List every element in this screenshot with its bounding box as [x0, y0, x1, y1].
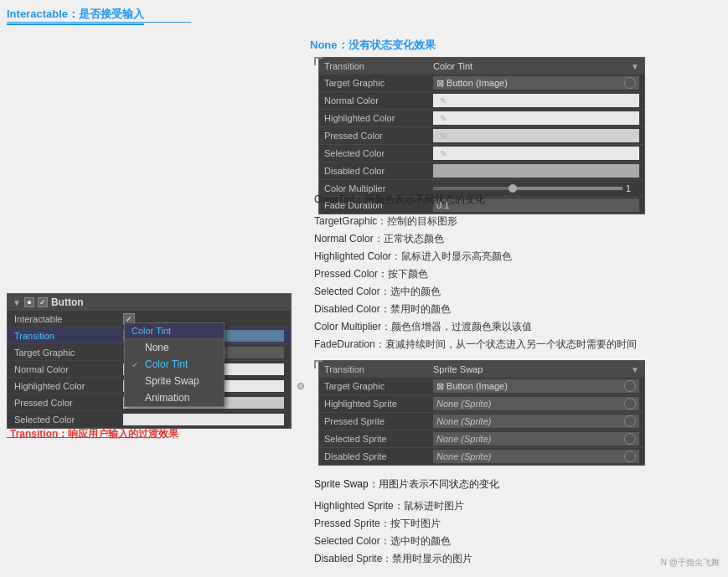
- sprite-target-graphic-value[interactable]: ⊠ Button (Image): [433, 379, 639, 393]
- color-tint-check: ✓: [132, 360, 142, 369]
- dropdown-item-none[interactable]: None: [125, 339, 224, 356]
- none-annotation: None：没有状态变化效果: [310, 38, 436, 53]
- dropdown-item-sprite-swap[interactable]: Sprite Swap: [125, 373, 224, 389]
- sprite-panel-header-value[interactable]: Sprite Swap ▼: [433, 364, 639, 374]
- none-check: [132, 343, 142, 353]
- panel-enabled-checkbox[interactable]: ✓: [38, 297, 48, 307]
- target-graphic-circle[interactable]: [624, 77, 636, 89]
- bracket-tl-sprite: [314, 360, 323, 368]
- panel-visible-checkbox[interactable]: ●: [24, 297, 34, 307]
- pressed-color-pencil: ✎: [440, 131, 447, 141]
- normal-color-pencil: ✎: [440, 96, 447, 106]
- watermark: N @于指尖飞舞: [661, 557, 720, 569]
- colortint-description: ColorTint：用颜色表示不同状态的变化 TargetGraphic：控制的…: [314, 193, 704, 355]
- panel-pressed-color-row: Pressed Color ✎: [319, 127, 644, 145]
- unity-highlighted-color-label: Highlighted Color: [14, 381, 123, 391]
- dropdown-item-color-tint[interactable]: ✓ Color Tint: [125, 356, 224, 373]
- sprite-pressed-circle[interactable]: [624, 415, 636, 427]
- sprite-target-circle[interactable]: [624, 380, 636, 392]
- sprite-swap-check: [132, 377, 142, 386]
- sprite-target-graphic-label: Target Graphic: [324, 381, 433, 391]
- dropdown-header: Color Tint: [125, 323, 224, 339]
- disabled-color-pencil: ✎: [440, 167, 447, 176]
- desc-highlighted-sprite: Highlighted Sprite：鼠标进时图片: [314, 498, 704, 513]
- desc-pressed-sprite: Pressed Sprite：按下时图片: [314, 516, 704, 531]
- sprite-dropdown-arrow: ▼: [631, 365, 639, 374]
- transition-dropdown: Color Tint None ✓ Color Tint Sprite Swap…: [124, 322, 225, 407]
- sprite-panel-transition-label: Transition: [324, 364, 433, 374]
- sprite-disabled-text: None (Sprite): [436, 451, 491, 461]
- desc-disabled-color: Disabled Color：禁用时的颜色: [314, 301, 704, 317]
- interactable-line: [7, 22, 191, 23]
- sprite-swap-description: Sprite Swap：用图片表示不同状态的变化 Highlighted Spr…: [314, 477, 704, 569]
- panel-target-graphic-row: Target Graphic ⊠ Button (Image): [319, 75, 644, 92]
- sprite-selected-value[interactable]: None (Sprite): [433, 432, 639, 446]
- desc-normal-color: Normal Color：正常状态颜色: [314, 231, 704, 246]
- dropdown-color-tint-label: Color Tint: [145, 358, 188, 370]
- desc-disabled-sprite: Disabled Sprite：禁用时显示的图片: [314, 551, 704, 566]
- slider-fill: [433, 187, 509, 190]
- unity-transition-label: Transition: [14, 331, 123, 341]
- sprite-swap-title: Sprite Swap：用图片表示不同状态的变化: [314, 477, 704, 492]
- dropdown-none-label: None: [145, 342, 169, 353]
- sprite-pressed-value[interactable]: None (Sprite): [433, 415, 639, 428]
- sprite-target-text: ⊠ Button (Image): [436, 381, 508, 392]
- unity-panel-title: Button: [51, 296, 84, 308]
- panel-selected-color-row: Selected Color ✎: [319, 145, 644, 162]
- sprite-panel-header-text: Sprite Swap: [433, 364, 483, 374]
- sprite-selected-text: None (Sprite): [436, 434, 491, 444]
- sprite-disabled-label: Disabled Sprite: [324, 451, 433, 461]
- panel-highlighted-color-value[interactable]: ✎: [433, 111, 639, 125]
- sprite-disabled-circle[interactable]: [624, 451, 636, 462]
- panel-normal-color-row: Normal Color ✎: [319, 92, 644, 110]
- transition-line: [7, 437, 157, 438]
- slider-dot: [509, 184, 517, 193]
- bracket-tl-color: [314, 57, 323, 65]
- desc-selected-color-sprite: Selected Color：选中时的颜色: [314, 533, 704, 549]
- dropdown-sprite-swap-label: Sprite Swap: [145, 375, 199, 387]
- sprite-disabled-row: Disabled Sprite None (Sprite): [319, 448, 644, 465]
- desc-fade-duration: FadeDuration：衰减持续时间，从一个状态进入另一个状态时需要的时间: [314, 337, 691, 353]
- desc-target-graphic: TargetGraphic：控制的目标图形: [314, 214, 704, 229]
- panel-transition-label: Transition: [324, 61, 433, 71]
- panel-highlighted-color-row: Highlighted Color ✎: [319, 110, 644, 127]
- panel-fold-icon: ▼: [13, 298, 21, 307]
- selected-color-pencil: ✎: [440, 149, 447, 158]
- unity-selected-color-value[interactable]: [123, 414, 284, 425]
- sprite-selected-circle[interactable]: [624, 433, 636, 445]
- connector-dot: [297, 383, 304, 389]
- sprite-highlighted-label: Highlighted Sprite: [324, 399, 433, 409]
- desc-color-multiplier: Color Multiplier：颜色倍增器，过渡颜色乘以该值: [314, 319, 704, 334]
- dropdown-item-animation[interactable]: Animation: [125, 389, 224, 406]
- sprite-target-graphic-row: Target Graphic ⊠ Button (Image): [319, 378, 644, 395]
- panel-highlighted-color-label: Highlighted Color: [324, 113, 433, 123]
- panel-dropdown-arrow: ▼: [631, 62, 639, 71]
- sprite-disabled-value[interactable]: None (Sprite): [433, 450, 639, 463]
- sprite-highlighted-text: None (Sprite): [436, 399, 491, 409]
- highlighted-color-pencil: ✎: [440, 114, 447, 123]
- panel-selected-color-value[interactable]: ✎: [433, 147, 639, 160]
- unity-selected-color-label: Selected Color: [14, 415, 123, 425]
- unity-selected-color-row: Selected Color: [8, 411, 291, 428]
- sprite-panel-header-row: Transition Sprite Swap ▼: [319, 361, 644, 378]
- sprite-highlighted-value[interactable]: None (Sprite): [433, 397, 639, 410]
- colortint-title: ColorTint：用颜色表示不同状态的变化: [314, 193, 704, 207]
- color-multiplier-slider[interactable]: [433, 187, 622, 190]
- panel-color-multiplier-control[interactable]: 1: [433, 183, 639, 193]
- transition-annotation: Transition：响应用户输入的过渡效果: [10, 427, 178, 441]
- panel-disabled-color-value[interactable]: ✎: [433, 164, 639, 178]
- unity-interactable-label: Interactable: [14, 314, 123, 324]
- panel-target-graphic-value[interactable]: ⊠ Button (Image): [433, 76, 639, 90]
- panel-color-tint-value[interactable]: Color Tint ▼: [433, 61, 639, 71]
- target-graphic-text: ⊠ Button (Image): [436, 78, 508, 89]
- sprite-selected-row: Selected Sprite None (Sprite): [319, 430, 644, 448]
- panel-selected-color-label: Selected Color: [324, 148, 433, 158]
- sprite-highlighted-circle[interactable]: [624, 398, 636, 410]
- sprite-highlighted-row: Highlighted Sprite None (Sprite): [319, 395, 644, 413]
- sprite-pressed-row: Pressed Sprite None (Sprite): [319, 413, 644, 430]
- unity-normal-color-label: Normal Color: [14, 364, 123, 374]
- animation-check: [132, 394, 142, 403]
- panel-pressed-color-value[interactable]: ✎: [433, 129, 639, 142]
- panel-target-graphic-label: Target Graphic: [324, 78, 433, 88]
- panel-normal-color-value[interactable]: ✎: [433, 94, 639, 107]
